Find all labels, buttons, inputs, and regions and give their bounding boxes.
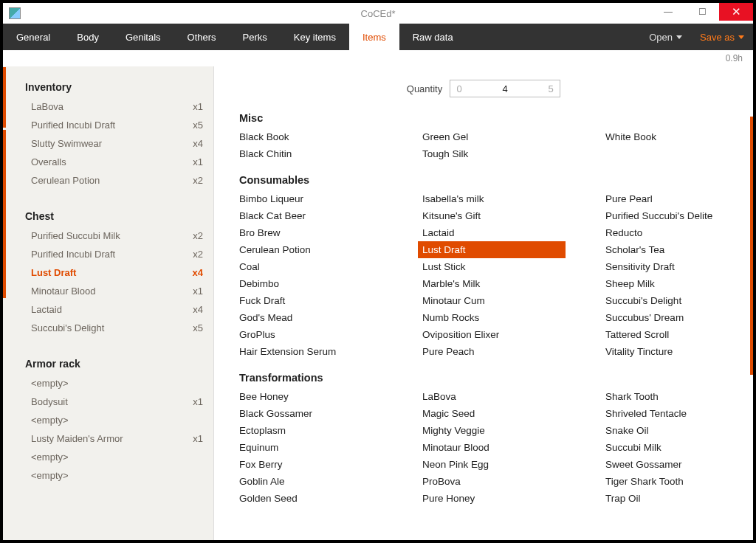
catalog-item[interactable]: Black Gossamer <box>239 405 422 422</box>
inventory-item[interactable]: Lusty Maiden's Armorx1 <box>3 429 213 448</box>
catalog-item[interactable]: Neon Pink Egg <box>422 456 605 473</box>
catalog-item[interactable]: Black Book <box>239 128 422 145</box>
catalog-item[interactable]: Scholar's Tea <box>605 241 753 258</box>
catalog-item[interactable]: Tattered Scroll <box>605 326 753 343</box>
inventory-item-qty: x2 <box>193 249 203 260</box>
catalog-item[interactable]: Bimbo Liqueur <box>239 190 422 207</box>
catalog-item[interactable]: White Book <box>605 128 753 145</box>
catalog-item[interactable]: Equinum <box>239 439 422 456</box>
catalog-item[interactable]: Succubi's Delight <box>605 292 753 309</box>
maximize-button[interactable]: ☐ <box>685 3 719 21</box>
catalog-item[interactable]: Pure Peach <box>422 343 605 360</box>
inventory-item-label: Succubi's Delight <box>31 322 193 333</box>
inventory-item-label: Minotaur Blood <box>31 286 193 297</box>
catalog-item[interactable]: Fox Berry <box>239 456 422 473</box>
catalog-item[interactable]: Pure Pearl <box>605 190 753 207</box>
inventory-item[interactable]: <empty> <box>3 411 213 429</box>
catalog-item[interactable]: Lactaid <box>422 224 605 241</box>
catalog-item[interactable]: Purified Succubi's Delite <box>605 207 753 224</box>
minimize-button[interactable]: — <box>651 3 685 21</box>
catalog-item[interactable]: Bee Honey <box>239 388 422 405</box>
catalog-item[interactable]: ProBova <box>422 473 605 490</box>
inventory-item[interactable]: Bodysuitx1 <box>3 392 213 411</box>
inventory-item[interactable]: Lactaidx4 <box>3 300 213 319</box>
catalog-item[interactable]: Black Cat Beer <box>239 207 422 224</box>
quantity-stepper[interactable]: 0 4 5 <box>450 80 560 97</box>
catalog-item[interactable]: Minotaur Blood <box>422 439 605 456</box>
catalog-item[interactable]: Debimbo <box>239 275 422 292</box>
catalog-item[interactable]: Coal <box>239 258 422 275</box>
inventory-item[interactable]: Purified Incubi Draftx2 <box>3 245 213 263</box>
catalog-item[interactable]: Cerulean Potion <box>239 241 422 258</box>
catalog-item[interactable]: Succubus' Dream <box>605 309 753 326</box>
catalog-item[interactable]: Lust Stick <box>422 258 605 275</box>
catalog-item[interactable]: Minotaur Cum <box>422 292 605 309</box>
catalog-item[interactable]: Mighty Veggie <box>422 422 605 439</box>
inventory-item[interactable]: LaBovax1 <box>3 97 213 116</box>
inventory-item-label: Lusty Maiden's Armor <box>31 433 193 444</box>
inventory-item[interactable]: Succubi's Delightx5 <box>3 319 213 337</box>
inventory-item-label: Purified Succubi Milk <box>31 230 193 241</box>
catalog-item[interactable]: Reducto <box>605 224 753 241</box>
catalog-item[interactable]: Vitality Tincture <box>605 343 753 360</box>
inventory-item-qty: x1 <box>193 156 203 167</box>
catalog-item[interactable]: GroPlus <box>239 326 422 343</box>
inventory-item[interactable]: <empty> <box>3 466 213 485</box>
inventory-item[interactable]: Overallsx1 <box>3 153 213 171</box>
catalog-item[interactable]: Snake Oil <box>605 422 753 439</box>
catalog-item[interactable]: Marble's Milk <box>422 275 605 292</box>
catalog-item[interactable]: Bro Brew <box>239 224 422 241</box>
inventory-item[interactable]: Purified Incubi Draftx5 <box>3 116 213 134</box>
catalog-item[interactable]: Trap Oil <box>605 490 753 507</box>
sidebar-section-armor-rack: Armor rack <box>3 353 213 374</box>
catalog-item[interactable]: Lust Draft <box>418 241 566 258</box>
tab-perks[interactable]: Perks <box>230 24 281 50</box>
catalog-item[interactable]: Sheep Milk <box>605 275 753 292</box>
catalog-item[interactable]: God's Mead <box>239 309 422 326</box>
inventory-item-label: Purified Incubi Draft <box>31 120 193 131</box>
inventory-item[interactable]: Minotaur Bloodx1 <box>3 282 213 300</box>
inventory-item[interactable]: Slutty Swimwearx4 <box>3 134 213 153</box>
catalog-item[interactable]: Numb Rocks <box>422 309 605 326</box>
inventory-item[interactable]: Purified Succubi Milkx2 <box>3 226 213 245</box>
tab-others[interactable]: Others <box>174 24 230 50</box>
tab-genitals[interactable]: Genitals <box>112 24 174 50</box>
tab-raw-data[interactable]: Raw data <box>399 24 467 50</box>
catalog-item[interactable]: Kitsune's Gift <box>422 207 605 224</box>
catalog-item[interactable]: Isabella's milk <box>422 190 605 207</box>
tab-key-items[interactable]: Key items <box>281 24 349 50</box>
catalog-item[interactable]: Ectoplasm <box>239 422 422 439</box>
save-as-menu[interactable]: Save as <box>691 32 753 43</box>
catalog-item[interactable]: Tiger Shark Tooth <box>605 473 753 490</box>
catalog-section-consumables: Consumables <box>239 174 753 186</box>
catalog-item[interactable]: Shark Tooth <box>605 388 753 405</box>
catalog-item[interactable]: Sweet Gossamer <box>605 456 753 473</box>
save-as-label: Save as <box>700 32 735 43</box>
tab-items[interactable]: Items <box>349 24 399 50</box>
catalog-item[interactable]: Oviposition Elixer <box>422 326 605 343</box>
inventory-item-qty: x4 <box>193 267 203 278</box>
inventory-item[interactable]: Cerulean Potionx2 <box>3 171 213 190</box>
catalog-item[interactable]: Succubi Milk <box>605 439 753 456</box>
catalog-item[interactable]: Pure Honey <box>422 490 605 507</box>
inventory-item-label: <empty> <box>31 470 203 481</box>
catalog-item[interactable]: Green Gel <box>422 128 605 145</box>
inventory-item-qty: x2 <box>193 175 203 186</box>
catalog-item[interactable]: LaBova <box>422 388 605 405</box>
open-menu[interactable]: Open <box>640 32 691 43</box>
catalog-item[interactable]: Hair Extension Serum <box>239 343 422 360</box>
tab-body[interactable]: Body <box>63 24 112 50</box>
catalog-item[interactable]: Tough Silk <box>422 145 605 162</box>
catalog-item[interactable]: Fuck Draft <box>239 292 422 309</box>
inventory-item[interactable]: <empty> <box>3 448 213 466</box>
catalog-item[interactable]: Magic Seed <box>422 405 605 422</box>
catalog-item[interactable]: Sensitivity Draft <box>605 258 753 275</box>
inventory-item[interactable]: Lust Draftx4 <box>3 263 213 282</box>
inventory-item[interactable]: <empty> <box>3 374 213 392</box>
catalog-item[interactable]: Black Chitin <box>239 145 422 162</box>
close-button[interactable]: ✕ <box>719 3 753 21</box>
tab-general[interactable]: General <box>3 24 63 50</box>
catalog-item[interactable]: Golden Seed <box>239 490 422 507</box>
catalog-item[interactable]: Goblin Ale <box>239 473 422 490</box>
catalog-item[interactable]: Shriveled Tentacle <box>605 405 753 422</box>
